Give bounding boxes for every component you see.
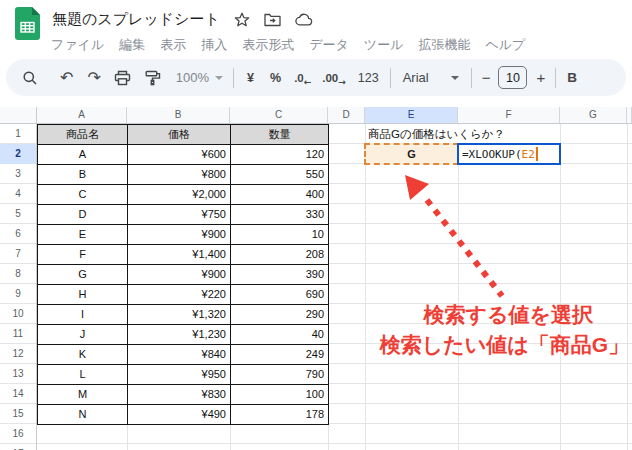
font-name-select[interactable]: Arial bbox=[403, 70, 429, 85]
search-icon[interactable] bbox=[22, 70, 38, 86]
cell-B4[interactable]: ¥2,000 bbox=[127, 184, 231, 205]
row-header-14[interactable]: 14 bbox=[0, 384, 37, 404]
cell-F2-formula-editor[interactable]: =XLOOKUP(E2 bbox=[457, 143, 561, 165]
move-folder-icon[interactable] bbox=[264, 13, 281, 27]
percent-format-button[interactable]: % bbox=[270, 71, 281, 85]
column-header-E[interactable]: E bbox=[365, 107, 458, 123]
bold-button[interactable]: B bbox=[567, 70, 577, 85]
menu-表示形式[interactable]: 表示形式 bbox=[242, 36, 294, 54]
cell-C11[interactable]: 40 bbox=[230, 324, 329, 345]
menu-編集[interactable]: 編集 bbox=[119, 36, 145, 54]
undo-icon[interactable]: ↶ bbox=[60, 70, 73, 86]
row-header-5[interactable]: 5 bbox=[0, 204, 37, 224]
column-header-D[interactable]: D bbox=[328, 107, 365, 123]
row-header-4[interactable]: 4 bbox=[0, 184, 37, 204]
row-header-7[interactable]: 7 bbox=[0, 244, 37, 264]
cell-B1[interactable]: 価格 bbox=[127, 124, 231, 145]
row-header-12[interactable]: 12 bbox=[0, 344, 37, 364]
decrease-font-size-button[interactable]: − bbox=[482, 69, 491, 86]
number-format-button[interactable]: 123 bbox=[358, 71, 379, 85]
cell-A10[interactable]: I bbox=[37, 304, 128, 325]
cell-A11[interactable]: J bbox=[37, 324, 128, 345]
increase-font-size-button[interactable]: + bbox=[536, 69, 545, 86]
cell-B15[interactable]: ¥490 bbox=[127, 404, 231, 425]
cell-C10[interactable]: 290 bbox=[230, 304, 329, 325]
cell-C4[interactable]: 400 bbox=[230, 184, 329, 205]
cell-C9[interactable]: 690 bbox=[230, 284, 329, 305]
select-all-corner[interactable] bbox=[0, 107, 37, 124]
column-header-partial[interactable] bbox=[627, 107, 632, 123]
currency-format-button[interactable]: ¥ bbox=[247, 71, 254, 85]
column-header-G[interactable]: G bbox=[560, 107, 627, 123]
row-header-2[interactable]: 2 bbox=[0, 144, 37, 164]
cell-B7[interactable]: ¥1,400 bbox=[127, 244, 231, 265]
cell-B2[interactable]: ¥600 bbox=[127, 144, 231, 165]
cell-A7[interactable]: F bbox=[37, 244, 128, 265]
row-header-13[interactable]: 13 bbox=[0, 364, 37, 384]
row-header-10[interactable]: 10 bbox=[0, 304, 37, 324]
row-header-8[interactable]: 8 bbox=[0, 264, 37, 284]
cell-C1[interactable]: 数量 bbox=[230, 124, 329, 145]
cell-B12[interactable]: ¥840 bbox=[127, 344, 231, 365]
cell-E2-lookup-value[interactable]: G bbox=[364, 143, 459, 165]
paint-format-icon[interactable] bbox=[145, 70, 161, 86]
menu-挿入[interactable]: 挿入 bbox=[201, 36, 227, 54]
row-header-11[interactable]: 11 bbox=[0, 324, 37, 344]
sheets-logo-icon[interactable] bbox=[15, 7, 40, 40]
cell-C13[interactable]: 790 bbox=[230, 364, 329, 385]
column-header-F[interactable]: F bbox=[458, 107, 560, 123]
cell-A15[interactable]: N bbox=[37, 404, 128, 425]
cell-C12[interactable]: 249 bbox=[230, 344, 329, 365]
cell-B6[interactable]: ¥900 bbox=[127, 224, 231, 245]
menu-データ[interactable]: データ bbox=[309, 36, 349, 54]
cell-B13[interactable]: ¥950 bbox=[127, 364, 231, 385]
cell-B14[interactable]: ¥830 bbox=[127, 384, 231, 405]
cell-A12[interactable]: K bbox=[37, 344, 128, 365]
print-icon[interactable] bbox=[114, 70, 131, 86]
menu-ファイル[interactable]: ファイル bbox=[51, 36, 104, 54]
column-header-B[interactable]: B bbox=[127, 107, 230, 123]
row-header-1[interactable]: 1 bbox=[0, 124, 37, 144]
menu-ヘルプ[interactable]: ヘルプ bbox=[485, 36, 525, 54]
cell-A4[interactable]: C bbox=[37, 184, 128, 205]
cell-B8[interactable]: ¥900 bbox=[127, 264, 231, 285]
menu-表示[interactable]: 表示 bbox=[160, 36, 186, 54]
star-icon[interactable] bbox=[234, 12, 250, 27]
cell-C14[interactable]: 100 bbox=[230, 384, 329, 405]
cell-C3[interactable]: 550 bbox=[230, 164, 329, 185]
cloud-status-icon[interactable] bbox=[295, 13, 313, 26]
cell-C2[interactable]: 120 bbox=[230, 144, 329, 165]
cell-A5[interactable]: D bbox=[37, 204, 128, 225]
cell-E1-question[interactable]: 商品Gの価格はいくらか？ bbox=[368, 125, 511, 144]
cell-B9[interactable]: ¥220 bbox=[127, 284, 231, 305]
cell-A14[interactable]: M bbox=[37, 384, 128, 405]
row-header-6[interactable]: 6 bbox=[0, 224, 37, 244]
menu-拡張機能[interactable]: 拡張機能 bbox=[418, 36, 470, 54]
zoom-select[interactable]: 100% bbox=[176, 70, 209, 85]
cell-B10[interactable]: ¥1,320 bbox=[127, 304, 231, 325]
row-header-15[interactable]: 15 bbox=[0, 404, 37, 424]
row-header-16[interactable]: 16 bbox=[0, 424, 37, 444]
cell-B5[interactable]: ¥750 bbox=[127, 204, 231, 225]
menu-ツール[interactable]: ツール bbox=[364, 36, 404, 54]
increase-decimal-button[interactable]: .00→ bbox=[322, 72, 346, 84]
zoom-caret-icon[interactable] bbox=[215, 76, 223, 80]
cell-C5[interactable]: 330 bbox=[230, 204, 329, 225]
cell-C8[interactable]: 390 bbox=[230, 264, 329, 285]
cell-C6[interactable]: 10 bbox=[230, 224, 329, 245]
font-size-input[interactable]: 10 bbox=[498, 66, 527, 89]
redo-icon[interactable]: ↷ bbox=[87, 70, 100, 86]
cell-A2[interactable]: A bbox=[37, 144, 128, 165]
cell-A3[interactable]: B bbox=[37, 164, 128, 185]
cell-C15[interactable]: 178 bbox=[230, 404, 329, 425]
cell-A9[interactable]: H bbox=[37, 284, 128, 305]
column-header-A[interactable]: A bbox=[37, 107, 127, 123]
cell-B11[interactable]: ¥1,230 bbox=[127, 324, 231, 345]
doc-title[interactable]: 無題のスプレッドシート bbox=[52, 10, 220, 29]
row-header-3[interactable]: 3 bbox=[0, 164, 37, 184]
column-header-C[interactable]: C bbox=[230, 107, 328, 123]
row-header-17[interactable]: 17 bbox=[0, 444, 37, 450]
cell-A13[interactable]: L bbox=[37, 364, 128, 385]
row-header-9[interactable]: 9 bbox=[0, 284, 37, 304]
cell-C7[interactable]: 208 bbox=[230, 244, 329, 265]
